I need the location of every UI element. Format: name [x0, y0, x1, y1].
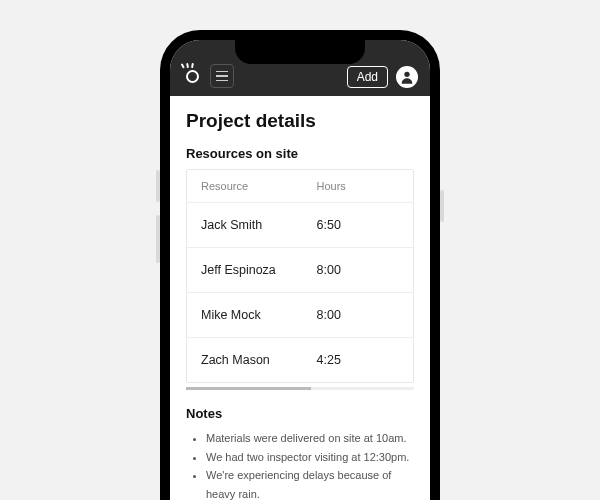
column-header-resource: Resource: [201, 180, 317, 192]
svg-point-0: [404, 72, 409, 77]
phone-side-button: [440, 190, 444, 222]
page-title: Project details: [186, 110, 414, 132]
resource-hours: 4:25: [317, 353, 400, 367]
column-header-hours: Hours: [317, 180, 400, 192]
resource-name: Mike Mock: [201, 308, 317, 322]
table-row[interactable]: Mike Mock 8:00: [187, 293, 413, 338]
phone-side-button: [156, 170, 160, 202]
resource-hours: 8:00: [317, 263, 400, 277]
resource-hours: 8:00: [317, 308, 400, 322]
add-button[interactable]: Add: [347, 66, 388, 88]
app-logo-icon: [182, 66, 202, 86]
resource-name: Zach Mason: [201, 353, 317, 367]
resources-table: Resource Hours Jack Smith 6:50 Jeff Espi…: [186, 169, 414, 383]
menu-button[interactable]: [210, 64, 234, 88]
table-row[interactable]: Jack Smith 6:50: [187, 203, 413, 248]
phone-frame: Add Project details Resources on site Re…: [160, 30, 440, 500]
table-header-row: Resource Hours: [187, 170, 413, 203]
resources-section-title: Resources on site: [186, 146, 414, 161]
person-icon: [399, 69, 415, 85]
notes-section-title: Notes: [186, 406, 414, 421]
table-row[interactable]: Jeff Espinoza 8:00: [187, 248, 413, 293]
resource-hours: 6:50: [317, 218, 400, 232]
horizontal-scroll-indicator[interactable]: [186, 387, 414, 390]
page-content: Project details Resources on site Resour…: [170, 96, 430, 500]
table-row[interactable]: Zach Mason 4:25: [187, 338, 413, 382]
phone-screen: Add Project details Resources on site Re…: [170, 40, 430, 500]
list-item: We had two inspector visiting at 12:30pm…: [206, 448, 414, 467]
resource-name: Jeff Espinoza: [201, 263, 317, 277]
list-item: We're experiencing delays because of hea…: [206, 466, 414, 500]
notes-list: Materials were delivered on site at 10am…: [186, 429, 414, 500]
phone-notch: [235, 40, 365, 64]
list-item: Materials were delivered on site at 10am…: [206, 429, 414, 448]
resource-name: Jack Smith: [201, 218, 317, 232]
phone-side-button: [156, 215, 160, 263]
profile-avatar[interactable]: [396, 66, 418, 88]
